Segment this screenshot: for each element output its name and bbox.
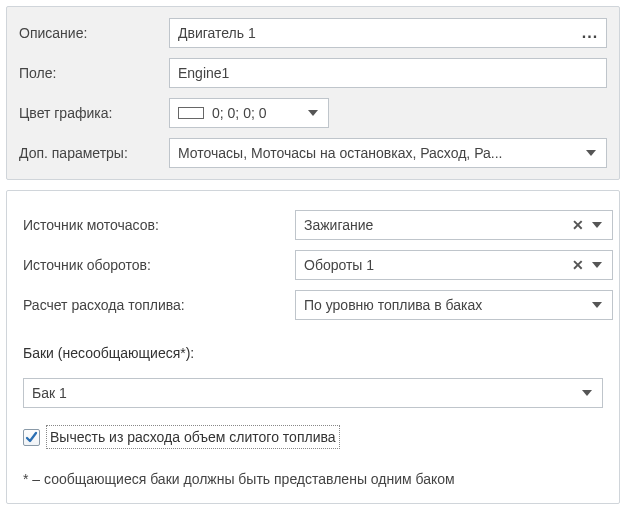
row-subtract-drained: Вычесть из расхода объем слитого топлива	[23, 425, 603, 449]
chevron-down-icon	[582, 390, 592, 396]
input-description[interactable]: Двигатель 1 ...	[169, 18, 607, 48]
row-chart-color: Цвет графика: 0; 0; 0; 0	[19, 95, 607, 131]
row-fuel-calculation: Расчет расхода топлива: По уровню топлив…	[23, 287, 603, 323]
combo-rpm-source[interactable]: Обороты 1 ✕	[295, 250, 613, 280]
row-description: Описание: Двигатель 1 ...	[19, 15, 607, 51]
label-chart-color: Цвет графика:	[19, 105, 161, 121]
input-field-value: Engine1	[178, 65, 598, 81]
label-motorhours-source: Источник моточасов:	[23, 217, 287, 233]
label-rpm-source: Источник оборотов:	[23, 257, 287, 273]
row-tanks-combo: Бак 1	[23, 375, 603, 411]
footnote-tanks: * – сообщающиеся баки должны быть предст…	[23, 471, 603, 487]
combo-motorhours-source-value: Зажигание	[304, 217, 564, 233]
input-description-value: Двигатель 1	[178, 25, 578, 41]
label-extra-params: Доп. параметры:	[19, 145, 161, 161]
check-icon	[25, 431, 38, 444]
combo-extra-params[interactable]: Моточасы, Моточасы на остановках, Расход…	[169, 138, 607, 168]
clear-icon[interactable]: ✕	[572, 257, 584, 273]
top-properties-panel: Описание: Двигатель 1 ... Поле: Engine1 …	[6, 6, 620, 180]
ellipsis-button-icon[interactable]: ...	[578, 24, 602, 42]
label-tanks: Баки (несообщающиеся*):	[23, 345, 194, 361]
combo-tanks-value: Бак 1	[32, 385, 574, 401]
chevron-down-icon	[586, 150, 596, 156]
chevron-down-icon	[592, 262, 602, 268]
combo-chart-color-value: 0; 0; 0; 0	[212, 105, 300, 121]
bottom-settings-panel: Источник моточасов: Зажигание ✕ Источник…	[6, 190, 620, 504]
combo-fuel-calculation[interactable]: По уровню топлива в баках	[295, 290, 613, 320]
clear-icon[interactable]: ✕	[572, 217, 584, 233]
label-fuel-calculation: Расчет расхода топлива:	[23, 297, 287, 313]
label-field: Поле:	[19, 65, 161, 81]
combo-motorhours-source[interactable]: Зажигание ✕	[295, 210, 613, 240]
color-swatch-icon	[178, 107, 204, 119]
chevron-down-icon	[592, 222, 602, 228]
combo-extra-params-value: Моточасы, Моточасы на остановках, Расход…	[178, 145, 578, 161]
combo-fuel-calculation-value: По уровню топлива в баках	[304, 297, 584, 313]
combo-tanks[interactable]: Бак 1	[23, 378, 603, 408]
checkbox-subtract-drained[interactable]	[23, 429, 40, 446]
row-tanks-label: Баки (несообщающиеся*):	[23, 335, 603, 371]
chevron-down-icon	[592, 302, 602, 308]
label-subtract-drained[interactable]: Вычесть из расхода объем слитого топлива	[46, 425, 340, 449]
chevron-down-icon	[308, 110, 318, 116]
row-field: Поле: Engine1	[19, 55, 607, 91]
combo-rpm-source-value: Обороты 1	[304, 257, 564, 273]
row-rpm-source: Источник оборотов: Обороты 1 ✕	[23, 247, 603, 283]
combo-chart-color[interactable]: 0; 0; 0; 0	[169, 98, 329, 128]
label-description: Описание:	[19, 25, 161, 41]
row-motorhours-source: Источник моточасов: Зажигание ✕	[23, 207, 603, 243]
row-extra-params: Доп. параметры: Моточасы, Моточасы на ос…	[19, 135, 607, 171]
input-field[interactable]: Engine1	[169, 58, 607, 88]
